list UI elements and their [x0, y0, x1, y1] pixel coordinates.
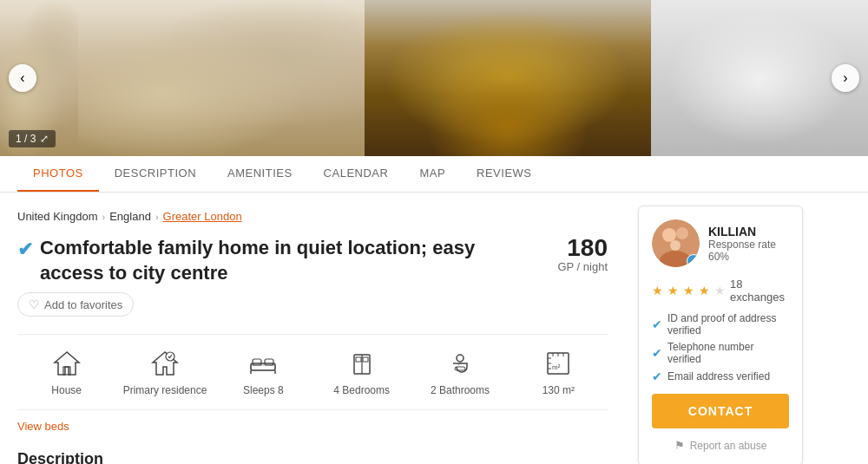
title-left: ✔ Comfortable family home in quiet locat… [17, 236, 540, 317]
tab-calendar[interactable]: CALENDAR [308, 156, 404, 192]
amenity-sleeps: Sleeps 8 [214, 348, 312, 396]
breadcrumb: United Kingdom › England › Greater Londo… [17, 210, 608, 223]
check-email-icon: ✔ [652, 369, 662, 383]
amenities-row: House Primary residence [17, 334, 608, 410]
verified-email-label: Email address verified [667, 370, 770, 382]
svg-point-19 [670, 240, 681, 251]
primary-residence-icon [149, 348, 181, 379]
amenity-bedrooms: 4 Bedrooms [312, 348, 411, 396]
check-id-icon: ✔ [652, 317, 662, 331]
check-phone-icon: ✔ [652, 346, 662, 360]
host-card: ✓ KILLIAN Response rate 60% ★ ★ ★ ★ ★ 18… [638, 206, 803, 464]
tab-reviews[interactable]: REVIEWS [461, 156, 547, 192]
flag-icon: ⚑ [674, 439, 685, 452]
listing-details: United Kingdom › England › Greater Londo… [0, 193, 625, 464]
host-sidebar: ✓ KILLIAN Response rate 60% ★ ★ ★ ★ ★ 18… [625, 193, 816, 464]
star-4: ★ [699, 284, 710, 297]
svg-text:m²: m² [552, 363, 561, 371]
description-section: Description Killian has described his/he… [17, 450, 608, 464]
amenity-bathrooms: 2 Bathrooms [411, 348, 509, 396]
svg-rect-5 [265, 359, 273, 365]
bedrooms-icon [346, 348, 378, 379]
navigation-tabs: PHOTOS DESCRIPTION AMENITIES CALENDAR MA… [0, 156, 868, 193]
verified-phone: ✔ Telephone number verified [652, 341, 789, 365]
host-avatar: ✓ [652, 219, 700, 267]
star-3: ★ [683, 284, 694, 297]
photo-counter: 1 / 3 ⤢ [9, 130, 56, 147]
tab-amenities[interactable]: AMENITIES [212, 156, 308, 192]
amenity-sleeps-label: Sleeps 8 [243, 384, 284, 396]
gallery-center-image [365, 0, 651, 156]
tab-map[interactable]: MAP [404, 156, 461, 192]
svg-point-13 [457, 355, 464, 362]
amenity-house-label: House [51, 384, 82, 396]
host-info: KILLIAN Response rate 60% [708, 225, 789, 263]
verified-email: ✔ Email address verified [652, 369, 789, 383]
stars-row: ★ ★ ★ ★ ★ 18 exchanges [652, 278, 789, 304]
amenity-area: m² 130 m² [510, 348, 608, 396]
favorites-label: Add to favorites [44, 298, 122, 311]
star-1: ★ [652, 284, 663, 297]
gallery-prev-button[interactable]: ‹ [9, 64, 36, 92]
breadcrumb-sep-2: › [155, 212, 159, 222]
bathrooms-icon [444, 348, 476, 379]
title-row: ✔ Comfortable family home in quiet locat… [17, 236, 608, 317]
svg-point-18 [676, 227, 688, 239]
amenity-bedrooms-label: 4 Bedrooms [333, 384, 390, 396]
breadcrumb-city[interactable]: Greater London [163, 210, 242, 223]
description-title: Description [17, 450, 608, 464]
svg-rect-10 [356, 357, 361, 362]
breadcrumb-region[interactable]: England [109, 210, 151, 223]
main-content: United Kingdom › England › Greater Londo… [0, 193, 868, 464]
listing-title: ✔ Comfortable family home in quiet locat… [17, 236, 540, 285]
svg-rect-3 [251, 365, 275, 370]
report-abuse-label: Report an abuse [690, 440, 767, 452]
gallery-main-image [78, 0, 365, 156]
price-unit: GP / night [557, 260, 608, 273]
area-icon: m² [542, 348, 574, 379]
verified-phone-label: Telephone number verified [667, 341, 789, 365]
amenity-primary-label: Primary residence [123, 384, 207, 396]
amenity-bathrooms-label: 2 Bathrooms [431, 384, 490, 396]
amenity-primary-residence: Primary residence [115, 348, 214, 396]
price-block: 180 GP / night [557, 236, 608, 273]
verified-icon: ✔ [17, 238, 33, 263]
svg-point-17 [662, 228, 676, 242]
report-abuse-link[interactable]: ⚑ Report an abuse [652, 439, 789, 452]
svg-rect-0 [63, 367, 70, 375]
star-5-empty: ★ [714, 284, 726, 297]
svg-rect-11 [363, 357, 368, 362]
amenity-area-label: 130 m² [542, 384, 575, 396]
breadcrumb-sep-1: › [102, 212, 106, 222]
listing-title-text: Comfortable family home in quiet locatio… [40, 236, 540, 285]
contact-button[interactable]: CONTACT [652, 394, 789, 428]
tab-description[interactable]: DESCRIPTION [99, 156, 212, 192]
star-2: ★ [667, 284, 679, 297]
verified-id: ✔ ID and proof of address verified [652, 312, 789, 337]
host-name: KILLIAN [708, 225, 789, 239]
breadcrumb-country[interactable]: United Kingdom [17, 210, 98, 223]
host-response-rate: Response rate 60% [708, 239, 789, 263]
svg-rect-4 [253, 359, 261, 365]
sleeps-icon [247, 348, 279, 379]
add-to-favorites-button[interactable]: ♡ Add to favorites [17, 292, 134, 317]
svg-rect-2 [251, 363, 275, 370]
tab-photos[interactable]: PHOTOS [17, 156, 99, 192]
exchanges-count: 18 exchanges [730, 278, 789, 304]
view-beds-link[interactable]: View beds [17, 420, 69, 433]
verified-id-label: ID and proof of address verified [667, 312, 789, 337]
photo-gallery: ‹ › 1 / 3 ⤢ [0, 0, 868, 156]
heart-icon: ♡ [29, 297, 40, 311]
verified-items: ✔ ID and proof of address verified ✔ Tel… [652, 312, 789, 383]
host-header: ✓ KILLIAN Response rate 60% [652, 219, 789, 267]
amenity-house: House [17, 348, 115, 396]
price-number: 180 [557, 236, 608, 260]
house-icon [51, 348, 82, 379]
host-verified-badge: ✓ [687, 254, 700, 267]
gallery-next-button[interactable]: › [832, 64, 859, 92]
